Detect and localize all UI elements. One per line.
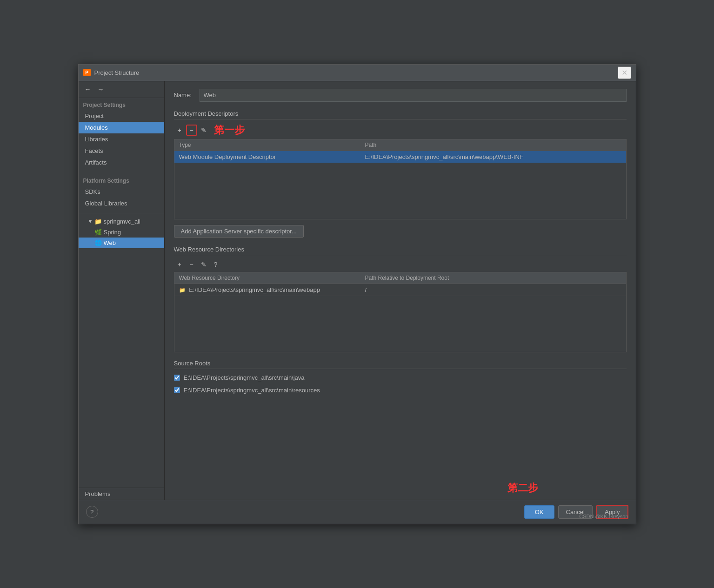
wrd-table-header: Web Resource Directory Path Relative to … — [174, 272, 626, 284]
dd-edit-button[interactable]: ✎ — [198, 125, 209, 136]
wrd-help-button[interactable]: ? — [210, 259, 221, 270]
tree-node-springmvc_all[interactable]: ▼ 📁 springmvc_all — [79, 216, 164, 227]
source-root-checkbox-1[interactable] — [174, 387, 180, 393]
wrd-toolbar: + − ✎ ? — [174, 259, 627, 270]
folder-icon: 📁 — [94, 218, 102, 225]
platform-settings-label: Platform Settings — [79, 174, 164, 186]
tree-toggle-icon: ▼ — [88, 218, 94, 224]
close-button[interactable]: ✕ — [618, 66, 631, 79]
nav-toolbar: ← → — [79, 81, 164, 98]
source-root-row-1: E:\IDEA\Projects\springmvc_all\src\main\… — [174, 385, 627, 395]
dd-remove-button[interactable]: − — [186, 125, 197, 136]
tree-node-spring-label: Spring — [104, 229, 121, 236]
dd-header-type: Type — [174, 139, 360, 151]
sidebar-item-global-libraries[interactable]: Global Libraries — [79, 198, 164, 209]
help-button[interactable]: ? — [86, 506, 98, 518]
table-row[interactable]: 📁 E:\IDEA\Projects\springmvc_all\src\mai… — [174, 284, 626, 296]
sidebar: ← → Project Settings Project Modules Lib… — [79, 81, 165, 500]
dd-header-path: Path — [360, 139, 626, 151]
sidebar-item-artifacts[interactable]: Artifacts — [79, 157, 164, 168]
forward-button[interactable]: → — [95, 85, 107, 94]
step1-annotation: 第一步 — [214, 123, 245, 137]
project-settings-label: Project Settings — [79, 98, 164, 110]
dd-table-header: Type Path — [174, 139, 626, 151]
source-root-row-0: E:\IDEA\Projects\springmvc_all\src\main\… — [174, 373, 627, 383]
source-root-label-0: E:\IDEA\Projects\springmvc_all\src\main\… — [184, 374, 305, 381]
ok-button[interactable]: OK — [524, 505, 554, 519]
source-roots-title: Source Roots — [174, 360, 627, 369]
tree-node-web[interactable]: 🌐 Web — [79, 238, 164, 248]
wrd-header-col1: Web Resource Directory — [174, 272, 360, 284]
name-label: Name: — [174, 92, 195, 99]
sidebar-item-sdks[interactable]: SDKs — [79, 186, 164, 198]
main-content: Name: Deployment Descriptors + − ✎ 第一步 T… — [165, 81, 636, 500]
source-roots-section: Source Roots E:\IDEA\Projects\springmvc_… — [174, 360, 627, 395]
web-icon: 🌐 — [94, 239, 102, 246]
tree-node-web-label: Web — [104, 239, 116, 246]
add-app-server-row: Add Application Server specific descript… — [174, 225, 627, 238]
dd-table: Type Path Web Module Deployment Descript… — [174, 139, 627, 219]
watermark: CSDN @KK-Greyson — [579, 514, 628, 519]
wrd-cell-relative-path: / — [360, 284, 626, 296]
dd-cell-path: E:\IDEA\Projects\springmvc_all\src\main\… — [360, 151, 626, 163]
add-app-server-button[interactable]: Add Application Server specific descript… — [174, 225, 304, 238]
dialog-title: Project Structure — [94, 69, 618, 76]
step2-annotation: 第二步 — [507, 481, 538, 495]
dd-cell-type: Web Module Deployment Descriptor — [174, 151, 360, 163]
sidebar-item-libraries[interactable]: Libraries — [79, 133, 164, 145]
wrd-table: Web Resource Directory Path Relative to … — [174, 272, 627, 352]
spring-icon: 🌿 — [94, 229, 102, 236]
name-row: Name: — [174, 89, 627, 102]
source-root-checkbox-0[interactable] — [174, 375, 180, 381]
wrd-title: Web Resource Directories — [174, 246, 627, 255]
wrd-header-col2: Path Relative to Deployment Root — [360, 272, 626, 284]
table-row[interactable]: Web Module Deployment Descriptor E:\IDEA… — [174, 151, 626, 163]
app-icon: P — [83, 69, 91, 76]
sidebar-item-facets[interactable]: Facets — [79, 145, 164, 157]
wrd-remove-button[interactable]: − — [186, 259, 197, 270]
tree-node-spring[interactable]: 🌿 Spring — [79, 227, 164, 238]
deployment-descriptors-title: Deployment Descriptors — [174, 110, 627, 119]
bottom-bar: ? OK Cancel Apply — [79, 500, 636, 524]
name-input[interactable] — [200, 89, 627, 102]
tree-node-label: springmvc_all — [104, 218, 140, 225]
sidebar-item-problems[interactable]: Problems — [79, 488, 164, 500]
wrd-edit-button[interactable]: ✎ — [198, 259, 209, 270]
wrd-folder-icon: 📁 — [179, 287, 186, 293]
dd-toolbar: + − ✎ 第一步 — [174, 123, 627, 137]
problems-section: Problems — [79, 488, 164, 500]
dd-add-button[interactable]: + — [174, 125, 185, 136]
wrd-add-button[interactable]: + — [174, 259, 185, 270]
back-button[interactable]: ← — [82, 85, 93, 94]
wrd-cell-directory: 📁 E:\IDEA\Projects\springmvc_all\src\mai… — [174, 284, 360, 296]
sidebar-item-project[interactable]: Project — [79, 110, 164, 122]
sidebar-item-modules[interactable]: Modules — [79, 122, 164, 133]
title-bar: P Project Structure ✕ — [79, 65, 636, 81]
source-root-label-1: E:\IDEA\Projects\springmvc_all\src\main\… — [184, 387, 320, 394]
